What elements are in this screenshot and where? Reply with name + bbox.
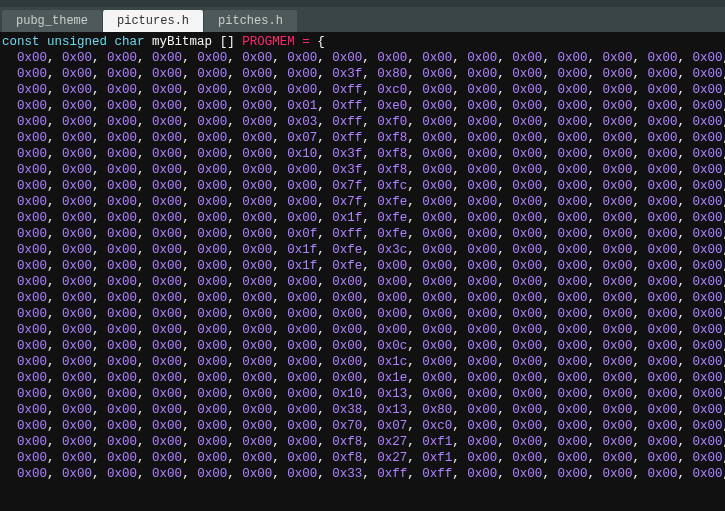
tab-pubg-theme[interactable]: pubg_theme	[2, 10, 102, 32]
code-editor[interactable]: const unsigned char myBitmap [] PROGMEM …	[0, 32, 725, 511]
tab-label: pictures.h	[117, 14, 189, 28]
tab-pitches-h[interactable]: pitches.h	[204, 10, 297, 32]
tab-bar: pubg_theme pictures.h pitches.h	[0, 7, 725, 32]
window-top-bar	[0, 0, 725, 7]
tab-label: pitches.h	[218, 14, 283, 28]
tab-label: pubg_theme	[16, 14, 88, 28]
tab-pictures-h[interactable]: pictures.h	[103, 10, 203, 32]
